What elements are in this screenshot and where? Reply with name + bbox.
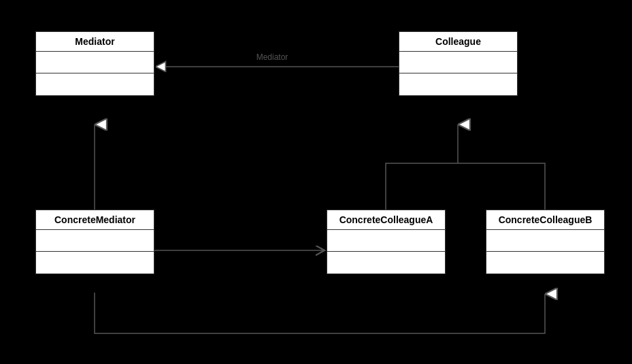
concrete-colleague-a-section-2 [327,252,445,274]
concrete-mediator-class: ConcreteMediator [35,210,154,274]
concrete-colleague-a-section-1 [327,230,445,252]
concrete-colleague-b-class: ConcreteColleagueB [486,210,605,274]
concrete-colleague-b-to-colleague-line [458,163,545,210]
concrete-colleague-a-to-colleague-arrow [386,125,458,210]
mediator-title: Mediator [36,32,154,52]
concrete-colleague-a-title: ConcreteColleagueA [327,210,445,230]
colleague-section-1 [399,52,517,73]
concrete-mediator-title: ConcreteMediator [36,210,154,230]
mediator-section-1 [36,52,154,73]
colleague-section-2 [399,73,517,95]
concrete-colleague-b-title: ConcreteColleagueB [486,210,604,230]
concrete-colleague-a-class: ConcreteColleagueA [327,210,446,274]
mediator-section-2 [36,73,154,95]
concrete-colleague-b-section-2 [486,252,604,274]
mediator-class: Mediator [35,31,154,96]
concrete-mediator-section-2 [36,252,154,274]
colleague-title: Colleague [399,32,517,52]
concrete-colleague-b-section-1 [486,230,604,252]
colleague-class: Colleague [399,31,518,96]
mediator-label: Mediator [256,52,288,62]
concrete-mediator-to-colleague-b-arrow [95,293,545,333]
concrete-mediator-section-1 [36,230,154,252]
